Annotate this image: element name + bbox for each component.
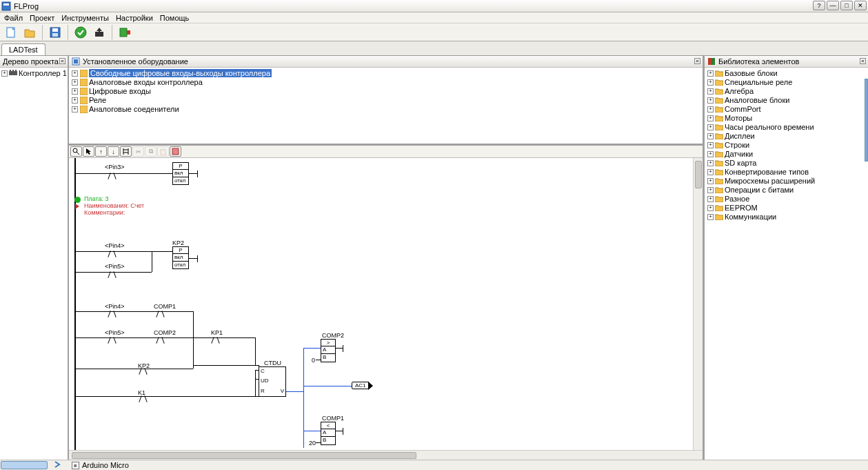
expand-icon[interactable]: + — [707, 115, 714, 121]
library-group[interactable]: +Моторы — [707, 114, 865, 123]
diagram-canvas-scroll[interactable]: <Pin3> P вкл откл Плата: 3 Наименования:… — [69, 158, 703, 450]
expand-icon[interactable]: + — [72, 97, 78, 104]
dtool-zoom[interactable] — [70, 146, 82, 157]
open-button[interactable] — [21, 25, 38, 40]
close-button[interactable]: ✕ — [854, 1, 867, 10]
horizontal-scrollbar[interactable] — [69, 450, 703, 460]
expand-icon[interactable]: + — [707, 106, 714, 112]
tab-ladtest[interactable]: LADTest — [1, 43, 46, 55]
expand-icon[interactable]: + — [707, 124, 714, 130]
library-group[interactable]: +Аналоговые блоки — [707, 96, 865, 105]
comp2-block[interactable]: > A B — [321, 339, 336, 362]
expand-icon[interactable]: + — [72, 106, 78, 112]
library-group[interactable]: +Специальные реле — [707, 78, 865, 87]
library-group[interactable]: +Коммуникации — [707, 213, 865, 222]
scrollbar-thumb[interactable] — [72, 452, 416, 459]
svg-rect-20 — [80, 106, 88, 113]
library-group[interactable]: +CommPort — [707, 105, 865, 114]
new-button[interactable] — [3, 25, 19, 40]
status-bar: ■ Arduino Micro — [0, 460, 868, 470]
expand-icon[interactable]: + — [707, 97, 714, 104]
expand-icon[interactable]: + — [707, 151, 714, 157]
expand-icon[interactable]: + — [707, 142, 714, 148]
expand-icon[interactable]: + — [1, 70, 8, 77]
library-group[interactable]: +Операции с битами — [707, 186, 865, 195]
ctdu-block[interactable]: C UD R V — [259, 366, 286, 397]
expand-icon[interactable]: + — [707, 178, 714, 184]
library-group[interactable]: +Разное — [707, 195, 865, 204]
tree-row-controller[interactable]: + Контроллер 1 (A — [1, 69, 66, 78]
menu-help[interactable]: Помощь — [160, 12, 190, 23]
help-button[interactable]: ? — [813, 1, 825, 10]
equipment-item[interactable]: + Аналоговые входы контроллера — [72, 78, 700, 87]
collapse-icon[interactable]: « — [694, 58, 700, 64]
dtool-down[interactable]: ↓ — [108, 146, 119, 157]
board-settings-button[interactable] — [117, 25, 133, 40]
equipment-item[interactable]: + Реле — [72, 96, 700, 105]
library-group[interactable]: +Дисплеи — [707, 132, 865, 141]
expand-icon[interactable]: + — [707, 196, 714, 202]
menu-project[interactable]: Проект — [30, 12, 54, 23]
block-pin: A — [321, 346, 335, 354]
expand-icon[interactable]: + — [707, 70, 714, 77]
library-group[interactable]: +Строки — [707, 141, 865, 150]
chevron-right-icon[interactable] — [54, 461, 61, 469]
contact[interactable] — [138, 393, 149, 400]
expand-icon[interactable]: + — [707, 133, 714, 139]
contact[interactable] — [107, 170, 118, 177]
library-group[interactable]: +Конвертирование типов — [707, 168, 865, 177]
library-group[interactable]: +Базовые блоки — [707, 69, 865, 78]
menu-file[interactable]: Файл — [4, 12, 23, 23]
dtool-ladder[interactable] — [120, 146, 132, 157]
equipment-item[interactable]: + Свободные цифровые входы-выходы контро… — [72, 69, 700, 78]
wire — [316, 442, 321, 443]
expand-icon[interactable]: + — [707, 187, 714, 193]
library-group[interactable]: +Датчики — [707, 150, 865, 159]
run-button[interactable] — [72, 25, 89, 40]
expand-icon[interactable]: + — [707, 160, 714, 166]
upload-button[interactable] — [91, 25, 108, 40]
contact[interactable] — [210, 334, 221, 341]
equipment-item[interactable]: + Цифровые входы — [72, 87, 700, 96]
contact[interactable] — [155, 334, 166, 341]
expand-icon[interactable]: + — [707, 88, 714, 95]
library-group[interactable]: +Микросхемы расширений — [707, 177, 865, 186]
diagram-canvas[interactable]: <Pin3> P вкл откл Плата: 3 Наименования:… — [69, 158, 689, 450]
dtool-select[interactable] — [83, 146, 94, 157]
relay-block[interactable]: P вкл откл — [172, 246, 189, 269]
library-group[interactable]: +Алгебра — [707, 87, 865, 96]
menu-tools[interactable]: Инструменты — [61, 12, 109, 23]
relay-block[interactable]: P вкл откл — [172, 162, 189, 185]
save-button[interactable] — [47, 25, 63, 40]
expand-icon[interactable]: + — [72, 79, 78, 86]
expand-icon[interactable]: + — [72, 88, 78, 95]
expand-icon[interactable]: + — [707, 79, 714, 86]
expand-icon[interactable]: + — [707, 169, 714, 175]
library-group-label: Специальные реле — [725, 78, 792, 86]
contact[interactable] — [107, 308, 118, 315]
expand-icon[interactable]: + — [72, 70, 78, 77]
expand-icon[interactable]: + — [707, 205, 714, 211]
task-indicator[interactable] — [1, 461, 48, 469]
expand-icon[interactable]: + — [707, 214, 714, 220]
menu-settings[interactable]: Настройки — [116, 12, 153, 23]
library-scroll-indicator[interactable] — [865, 79, 868, 161]
equipment-item[interactable]: + Аналоговые соеденители — [72, 105, 700, 114]
collapse-icon[interactable]: « — [59, 58, 65, 64]
output-coil[interactable]: AC1 — [352, 382, 370, 389]
collapse-icon[interactable]: « — [860, 58, 866, 64]
dtool-up[interactable]: ↑ — [95, 146, 107, 157]
library-group[interactable]: +SD карта — [707, 159, 865, 168]
contact[interactable] — [138, 365, 149, 372]
comp1-block[interactable]: < A B — [321, 422, 336, 445]
dtool-delete[interactable] — [170, 146, 181, 157]
io-icon — [79, 87, 88, 95]
library-group[interactable]: +EEPROM — [707, 204, 865, 213]
contact[interactable] — [107, 334, 118, 341]
minimize-button[interactable]: — — [827, 1, 839, 10]
contact[interactable] — [155, 308, 166, 315]
maximize-button[interactable]: □ — [840, 1, 853, 10]
scrollbar-thumb[interactable] — [695, 161, 702, 188]
vertical-scrollbar[interactable] — [693, 158, 703, 450]
library-group[interactable]: +Часы реального времени — [707, 123, 865, 132]
